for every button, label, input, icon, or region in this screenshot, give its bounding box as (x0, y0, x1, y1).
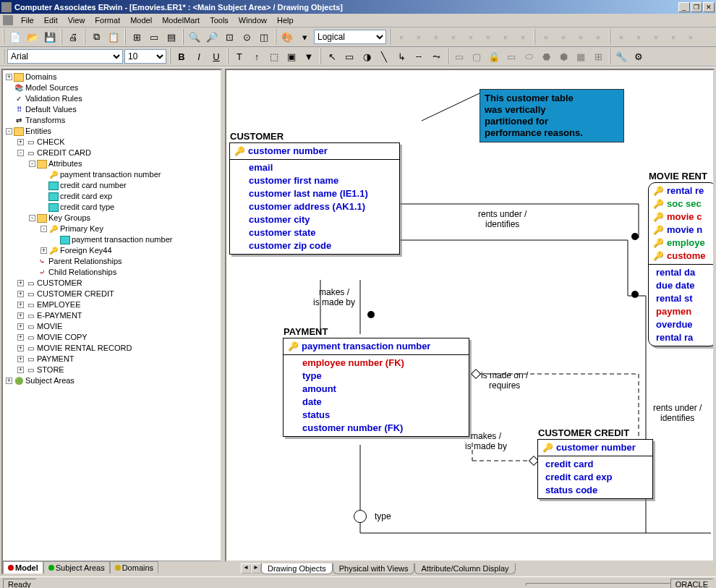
shape-btn-8[interactable]: ▦ (573, 48, 589, 64)
shape-btn-9[interactable]: ⊞ (590, 48, 606, 64)
align-btn-4[interactable]: ▫ (590, 29, 606, 45)
zoom-in-button[interactable]: 🔎 (204, 29, 220, 45)
tree-check[interactable]: CHECK (37, 137, 65, 148)
tree-customer[interactable]: CUSTOMER (37, 278, 82, 289)
side-tab-domains[interactable]: Domains (110, 561, 158, 574)
tree-view[interactable]: +Domains 📚Model Sources ✓Validation Rule… (3, 70, 221, 561)
zoom-rect-button[interactable]: ◫ (256, 29, 272, 45)
mm-btn-4[interactable]: ▫ (446, 29, 461, 45)
align-btn-3[interactable]: ▫ (573, 29, 589, 45)
minimize-button[interactable]: _ (678, 2, 690, 12)
mm-btn-6[interactable]: ▫ (480, 29, 496, 45)
dist-btn-1[interactable]: ▫ (613, 29, 629, 45)
view-selector[interactable]: Logical (314, 30, 386, 44)
menu-tools[interactable]: Tools (205, 14, 234, 26)
dist-btn-4[interactable]: ▫ (665, 29, 681, 45)
side-tab-model[interactable]: Model (3, 561, 43, 574)
copy-button[interactable]: ⧉ (88, 29, 104, 45)
align-btn-1[interactable]: ▫ (538, 29, 554, 45)
tab-scroll-left[interactable]: ◄ (241, 563, 251, 574)
tree-epayment[interactable]: E-PAYMENT (37, 310, 82, 321)
tree-movie-copy[interactable]: MOVIE COPY (37, 332, 88, 343)
menu-model[interactable]: Model (125, 14, 157, 26)
dist-btn-5[interactable]: ▫ (683, 29, 699, 45)
tree-movie[interactable]: MOVIE (37, 321, 62, 332)
paste-button[interactable]: 📋 (106, 29, 122, 45)
bold-button[interactable]: B (174, 48, 189, 64)
tree-ccn[interactable]: credit card number (60, 180, 127, 191)
shape-btn-6[interactable]: ⬣ (538, 48, 554, 64)
mm-btn-3[interactable]: ▫ (428, 29, 444, 45)
text-style-3[interactable]: ⬚ (266, 48, 282, 64)
menu-window[interactable]: Window (234, 14, 272, 26)
restore-button[interactable]: ❐ (691, 2, 702, 12)
menu-help[interactable]: Help (272, 14, 299, 26)
canvas-tab-physical[interactable]: Physical with Views (333, 563, 415, 574)
tree-movie-rental[interactable]: MOVIE RENTAL RECORD (37, 343, 132, 354)
canvas-tab-drawing[interactable]: Drawing Objects (261, 563, 333, 574)
open-button[interactable]: 📂 (25, 29, 41, 45)
rel-tool-3[interactable]: ╌ (411, 48, 427, 64)
italic-button[interactable]: I (191, 48, 207, 64)
entity-payment[interactable]: PAYMENT 🔑payment transaction number empl… (283, 338, 469, 437)
window-cascade-button[interactable]: ⊞ (129, 29, 145, 45)
tree-attributes[interactable]: Attributes (48, 158, 82, 169)
shape-btn-4[interactable]: ▭ (503, 48, 519, 64)
shape-btn-2[interactable]: ▢ (469, 48, 485, 64)
shape-btn-7[interactable]: ⬢ (555, 48, 571, 64)
misc-btn-1[interactable]: 🔧 (613, 48, 629, 64)
font-size-selector[interactable]: 10 (124, 49, 166, 64)
mm-btn-8[interactable]: ▫ (515, 29, 531, 45)
subtype-tool[interactable]: ◑ (359, 48, 375, 64)
tree-payment[interactable]: PAYMENT (37, 354, 74, 365)
tree-defaults[interactable]: Default Values (25, 104, 77, 115)
mm-btn-1[interactable]: ▫ (393, 29, 409, 45)
entity-tool[interactable]: ▭ (341, 48, 357, 64)
shape-btn-5[interactable]: ⬭ (521, 48, 537, 64)
underline-button[interactable]: U (208, 48, 224, 64)
save-button[interactable]: 💾 (42, 29, 58, 45)
diagram-canvas[interactable]: This customer tablewas vertically partit… (225, 69, 715, 562)
tree-entities[interactable]: Entities (25, 126, 51, 137)
tree-pk-ptn[interactable]: payment transaction number (72, 234, 172, 245)
close-button[interactable]: ✕ (703, 2, 715, 12)
shape-btn-1[interactable]: ▭ (451, 48, 467, 64)
menu-edit[interactable]: Edit (39, 14, 63, 26)
tree-fk44[interactable]: Foreign Key44 (60, 245, 112, 256)
expand-icon[interactable]: + (6, 74, 12, 80)
tree-domains[interactable]: Domains (25, 72, 56, 82)
text-style-5[interactable]: ▼ (301, 48, 317, 64)
misc-btn-2[interactable]: ⚙ (631, 48, 647, 64)
zoom-out-button[interactable]: 🔍 (187, 29, 203, 45)
tree-transforms[interactable]: Transforms (25, 115, 65, 126)
color-drop-button[interactable]: ▾ (297, 29, 312, 45)
window-tile-button[interactable]: ▭ (146, 29, 162, 45)
menu-format[interactable]: Format (90, 14, 125, 26)
entity-customer-credit[interactable]: CUSTOMER CREDIT 🔑customer number credit … (537, 439, 653, 499)
rel-tool-4[interactable]: ⤳ (428, 48, 444, 64)
dist-btn-2[interactable]: ▫ (631, 29, 647, 45)
entity-movie-rental[interactable]: MOVIE RENT 🔑rental re 🔑soc sec 🔑movie c … (648, 182, 715, 346)
menu-view[interactable]: View (63, 14, 90, 26)
text-style-4[interactable]: ▣ (284, 48, 299, 64)
menu-modelmart[interactable]: ModelMart (157, 14, 205, 26)
print-button[interactable]: 🖨 (65, 29, 81, 45)
tree-ptn[interactable]: payment transaction number (60, 169, 161, 180)
zoom-100-button[interactable]: ⊙ (239, 29, 255, 45)
mm-btn-2[interactable]: ▫ (411, 29, 427, 45)
tree-primary-key[interactable]: Primary Key (60, 223, 103, 234)
collapse-icon[interactable]: - (6, 128, 12, 135)
pointer-tool[interactable]: ↖ (324, 48, 340, 64)
tree-parent-rel[interactable]: Parent Relationships (48, 256, 122, 267)
tree-subject-areas[interactable]: Subject Areas (25, 375, 74, 386)
color-button[interactable]: 🎨 (279, 29, 295, 45)
tree-employee[interactable]: EMPLOYEE (37, 299, 81, 310)
tree-validation[interactable]: Validation Rules (25, 93, 82, 104)
tree-model-sources[interactable]: Model Sources (25, 82, 78, 93)
mm-btn-7[interactable]: ▫ (498, 29, 513, 45)
tree-child-rel[interactable]: Child Relationships (48, 267, 116, 278)
mm-btn-5[interactable]: ▫ (463, 29, 479, 45)
dist-btn-3[interactable]: ▫ (648, 29, 664, 45)
font-selector[interactable]: Arial (7, 49, 123, 64)
canvas-tab-attribute[interactable]: Attribute/Column Display (414, 563, 515, 574)
